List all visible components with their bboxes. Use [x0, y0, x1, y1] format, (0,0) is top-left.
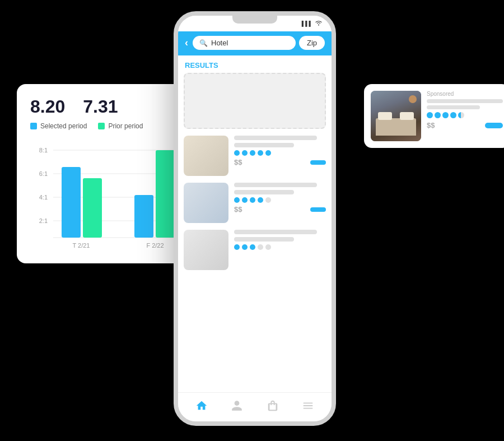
hotel-thumb-3: [184, 230, 228, 270]
sponsored-name-sm: [427, 105, 480, 109]
x-label-1: T 2/21: [73, 242, 90, 249]
hotel-info-3: [234, 230, 326, 252]
phone-notch: [232, 16, 277, 24]
bar-f222-prior: [156, 150, 175, 238]
legend-selected: Selected period: [30, 122, 87, 130]
wifi-icon: [315, 20, 323, 27]
hotel-item-2[interactable]: $$: [184, 183, 326, 223]
star3: [250, 244, 255, 250]
hotel-price-1: $$: [234, 158, 242, 166]
star5-empty: [265, 244, 271, 250]
nav-bag-icon[interactable]: [267, 400, 279, 415]
book-button-2[interactable]: [310, 207, 326, 212]
star3: [250, 197, 255, 203]
hotel-item-1[interactable]: $$: [184, 136, 326, 176]
status-icons: ▌▌▌: [302, 20, 323, 27]
legend-prior-label: Prior period: [108, 122, 143, 130]
sponsored-price-row: $$: [427, 121, 503, 129]
zip-box[interactable]: Zip: [299, 36, 325, 50]
star2: [242, 244, 248, 250]
bar-t221-selected: [62, 167, 81, 238]
hotel-detail-line-3: [234, 237, 294, 242]
hotel-name-line-1: [234, 136, 317, 140]
star5: [265, 150, 271, 156]
search-icon: 🔍: [199, 39, 208, 47]
hotel-info-1: $$: [234, 136, 326, 166]
svg-point-9: [318, 25, 319, 26]
legend-selected-label: Selected period: [40, 122, 87, 130]
zip-text: Zip: [307, 39, 317, 47]
hotel-stars-2: [234, 197, 326, 203]
hotel-price-row-2: $$: [234, 205, 326, 213]
svg-text:4:1: 4:1: [39, 194, 48, 201]
star4: [258, 197, 263, 203]
metric-selected: 8.20: [30, 98, 65, 115]
hotel-item-3[interactable]: [184, 230, 326, 270]
star1: [234, 244, 240, 250]
svg-text:2:1: 2:1: [39, 217, 48, 224]
bed-base: [376, 118, 416, 136]
sp-star4: [450, 112, 456, 118]
book-button-1[interactable]: [310, 160, 326, 165]
hotel-name-line-2: [234, 183, 317, 187]
search-row: ‹ 🔍 Hotel Zip: [185, 36, 325, 50]
star1: [234, 150, 240, 156]
hotel-stars-1: [234, 150, 326, 156]
hotel-price-row-1: $$: [234, 158, 326, 166]
status-bar: ▌▌▌: [178, 16, 332, 31]
bar-t221-prior: [83, 178, 102, 238]
legend-prior: Prior period: [98, 122, 143, 130]
svg-text:8:1: 8:1: [39, 147, 48, 154]
lamp-icon: [409, 95, 417, 103]
svg-text:6:1: 6:1: [39, 170, 48, 177]
star4-empty: [258, 244, 263, 250]
phone-nav: [178, 392, 332, 421]
hotel-price-2: $$: [234, 205, 242, 213]
nav-home-icon[interactable]: [195, 400, 208, 415]
star5-empty: [265, 197, 271, 203]
sp-star1: [427, 112, 433, 118]
sponsored-stars: [427, 112, 503, 118]
star1: [234, 197, 240, 203]
hotel-detail-line-1: [234, 143, 294, 147]
hotel-detail-line-2: [234, 190, 294, 194]
bar-f222-selected: [134, 195, 153, 238]
hotel-thumb-2: [184, 183, 228, 223]
sp-star2: [435, 112, 441, 118]
hotel-stars-3: [234, 244, 326, 250]
metric-prior: 7.31: [83, 98, 118, 115]
phone-shell: ▌▌▌ ‹ 🔍 Hotel: [174, 11, 336, 426]
back-button[interactable]: ‹: [185, 37, 188, 49]
phone-header: ‹ 🔍 Hotel Zip: [178, 31, 332, 55]
sponsored-book-button[interactable]: [485, 123, 503, 128]
placeholder-item: [184, 73, 326, 129]
star2: [242, 150, 248, 156]
legend-dot-prior: [98, 123, 105, 129]
phone-mockup: ▌▌▌ ‹ 🔍 Hotel: [174, 11, 336, 426]
sponsored-price: $$: [427, 121, 435, 129]
sponsored-card: Sponsored $$: [364, 84, 504, 148]
hotel-name-line-3: [234, 230, 317, 234]
hotel-thumb-1: [184, 136, 228, 176]
results-label: RESULTS: [178, 55, 332, 73]
hotel-search-box[interactable]: 🔍 Hotel: [193, 36, 296, 50]
sponsored-label: Sponsored: [427, 91, 503, 97]
sponsored-thumb: [371, 91, 421, 141]
legend-dot-selected: [30, 123, 37, 129]
sp-star3: [442, 112, 449, 118]
nav-profile-icon[interactable]: [231, 400, 243, 415]
nav-menu-icon[interactable]: [302, 400, 314, 415]
star3: [250, 150, 255, 156]
sponsored-info: Sponsored $$: [427, 91, 503, 141]
star2: [242, 197, 248, 203]
hotel-info-2: $$: [234, 183, 326, 213]
sp-star5-half: [458, 112, 464, 118]
pillow-left: [378, 112, 392, 120]
signal-icon: ▌▌▌: [302, 21, 312, 26]
phone-content: $$: [178, 73, 332, 392]
hotel-input[interactable]: Hotel: [211, 39, 228, 47]
hotel-list: $$: [178, 73, 332, 270]
x-label-2: F 2/22: [146, 242, 164, 249]
sponsored-name-lg: [427, 99, 503, 103]
star4: [258, 150, 263, 156]
